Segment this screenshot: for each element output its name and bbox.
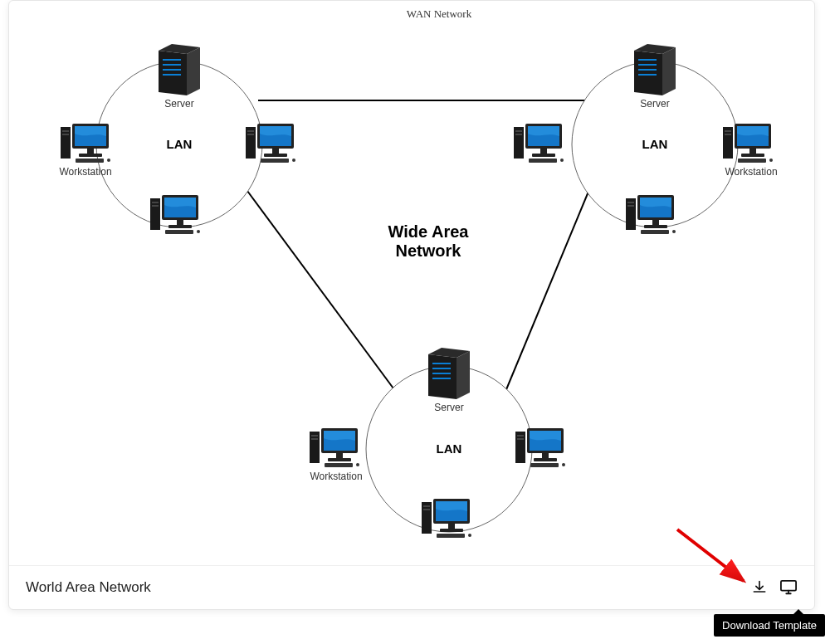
- lan-label-b: LAN: [437, 442, 462, 456]
- annotation-arrow: [671, 523, 770, 598]
- network-diagram: WAN Network Wide Area Network LAN Server…: [9, 1, 816, 565]
- link-right: [499, 188, 590, 407]
- workstation-label-tl: Workstation: [59, 166, 111, 178]
- svg-rect-13: [781, 581, 796, 591]
- server-icon: [428, 348, 470, 399]
- link-left: [245, 188, 408, 407]
- workstation-icon: [723, 124, 773, 163]
- center-label-1: Wide Area: [388, 222, 470, 241]
- server-label-tr: Server: [640, 98, 669, 110]
- workstation-icon: [150, 195, 200, 234]
- workstation-icon: [422, 499, 471, 538]
- workstation-icon: [626, 195, 676, 234]
- server-label-tl: Server: [164, 98, 193, 110]
- center-label-2: Network: [396, 242, 462, 260]
- lan-label-tr: LAN: [642, 137, 668, 151]
- workstation-icon: [246, 124, 295, 163]
- workstation-icon: [515, 428, 565, 467]
- server-icon: [159, 44, 200, 95]
- download-tooltip: Download Template: [714, 614, 825, 637]
- lan-label-tl: LAN: [167, 137, 193, 151]
- server-label-b: Server: [434, 402, 463, 413]
- card-title: World Area Network: [26, 579, 151, 596]
- preview-button[interactable]: [779, 579, 798, 596]
- workstation-label-b: Workstation: [310, 471, 362, 482]
- template-card: WAN Network Wide Area Network LAN Server…: [8, 0, 815, 610]
- monitor-icon: [779, 579, 798, 596]
- diagram-title: WAN Network: [407, 7, 472, 20]
- workstation-icon: [310, 428, 359, 467]
- server-icon: [634, 44, 676, 95]
- diagram-canvas: WAN Network Wide Area Network LAN Server…: [9, 1, 814, 565]
- workstation-icon: [514, 124, 564, 163]
- svg-line-14: [677, 529, 744, 581]
- workstation-label-tr: Workstation: [725, 166, 777, 178]
